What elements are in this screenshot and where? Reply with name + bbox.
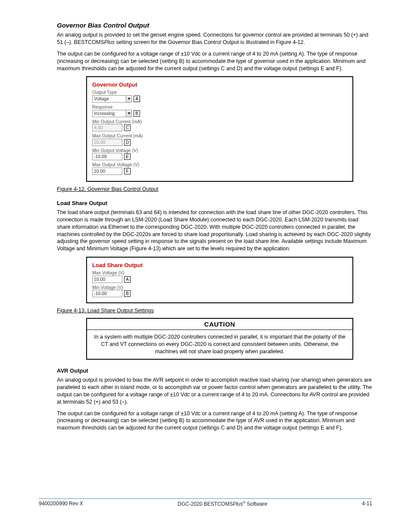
loadshare-panel-title: Load Share Output	[92, 262, 347, 268]
callout-d: D	[124, 139, 131, 146]
label-min-voltage: Min Output Voltage (V)	[92, 148, 347, 153]
para-governor-1: An analog output is provided to set the …	[57, 31, 372, 46]
caution-box: CAUTION In a system with multiple DGC-20…	[86, 318, 353, 360]
label-output-type: Output Type	[92, 90, 347, 95]
field-output-type: Output Type Voltage A	[92, 90, 347, 103]
chevron-down-icon	[126, 96, 131, 102]
callout-f: F	[124, 168, 131, 174]
para-avr-2: The output can be configured for a volta…	[57, 410, 372, 432]
label-response: Response	[92, 104, 347, 110]
field-max-voltage: Max Output Voltage (V) 10.00 F	[92, 162, 347, 175]
callout-a: A	[134, 96, 140, 102]
figure-12-caption: Figure 4-12. Governor Bias Control Outpu…	[57, 186, 372, 192]
select-response[interactable]: Increasing	[92, 110, 132, 117]
loadshare-output-panel: Load Share Output Max Voltage (V) 10.00 …	[86, 257, 353, 303]
label-min-current: Min Output Current (mA)	[92, 119, 347, 124]
section-heading-governor: Governor Bias Control Output	[57, 22, 372, 29]
input-min-voltage[interactable]: -10.00	[92, 153, 122, 160]
footer-left: 9400200990 Rev X	[39, 501, 83, 507]
para-avr-1: An analog output is provided to bias the…	[57, 376, 372, 406]
label-max-current: Max Output Current (mA)	[92, 133, 347, 139]
para-loadshare: The load share output (terminals 63 and …	[57, 209, 372, 252]
governor-output-panel: Governor Output Output Type Voltage A Re…	[86, 76, 353, 182]
callout-ls-a: A	[124, 276, 131, 283]
governor-panel-title: Governor Output	[92, 81, 347, 88]
label-ls-min-voltage: Min Voltage (V)	[92, 285, 347, 290]
field-min-current: Min Output Current (mA) 4.00 C	[92, 119, 347, 132]
callout-b: B	[134, 110, 140, 117]
subheading-avr: AVR Output	[57, 367, 372, 374]
footer-center: DGC-2020 BESTCOMSPlus® Software	[177, 501, 267, 507]
input-min-current: 4.00	[92, 124, 122, 131]
field-min-voltage: Min Output Voltage (V) -10.00 E	[92, 148, 347, 161]
field-ls-min-voltage: Min Voltage (V) -10.00 B	[92, 285, 347, 298]
callout-ls-b: B	[124, 290, 131, 297]
footer-right: 4-11	[362, 501, 372, 507]
subheading-loadshare: Load Share Output	[57, 200, 372, 206]
caution-heading: CAUTION	[87, 319, 352, 330]
select-output-type[interactable]: Voltage	[92, 95, 132, 103]
para-governor-2: The output can be configured for a volta…	[57, 50, 372, 72]
svg-marker-0	[128, 98, 131, 100]
page-footer: 9400200990 Rev X DGC-2020 BESTCOMSPlus® …	[39, 498, 372, 507]
input-max-voltage[interactable]: 10.00	[92, 168, 122, 175]
label-ls-max-voltage: Max Voltage (V)	[92, 270, 347, 276]
figure-13-caption: Figure 4-13. Load Share Output Settings	[57, 308, 372, 314]
input-ls-min-voltage[interactable]: -10.00	[92, 290, 122, 297]
input-ls-max-voltage[interactable]: 10.00	[92, 276, 122, 283]
callout-c: C	[124, 124, 131, 131]
field-ls-max-voltage: Max Voltage (V) 10.00 A	[92, 270, 347, 283]
svg-marker-1	[128, 112, 131, 115]
chevron-down-icon	[126, 110, 131, 117]
caution-body: In a system with multiple DGC-2020 contr…	[87, 330, 352, 359]
input-max-current: 20.00	[92, 139, 122, 146]
field-response: Response Increasing B	[92, 104, 347, 117]
field-max-current: Max Output Current (mA) 20.00 D	[92, 133, 347, 146]
label-max-voltage: Max Output Voltage (V)	[92, 162, 347, 168]
callout-e: E	[124, 153, 131, 160]
